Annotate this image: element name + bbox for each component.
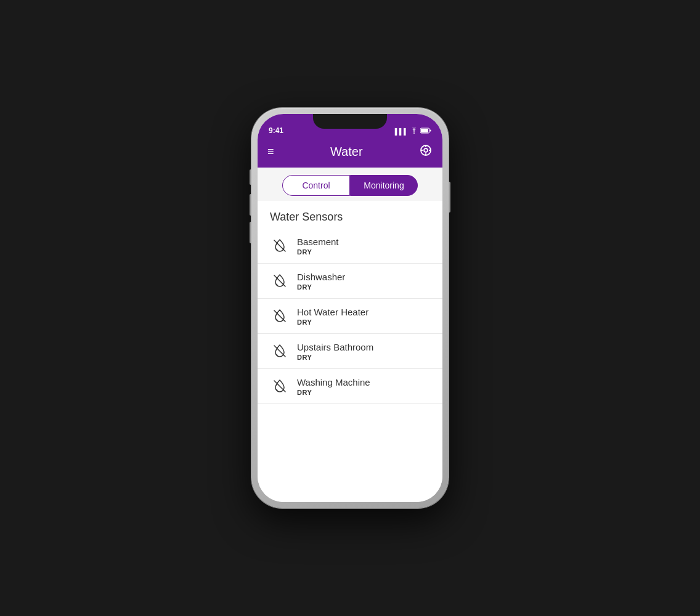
page-title: Water (330, 145, 363, 159)
sensor-status: DRY (297, 283, 345, 291)
sensor-status: DRY (297, 248, 339, 256)
wifi-icon (410, 128, 418, 135)
sensor-name: Upstairs Bathroom (297, 342, 373, 352)
sensor-name: Hot Water Heater (297, 307, 368, 317)
volume-up-button (250, 194, 251, 216)
svg-rect-2 (421, 129, 428, 132)
sensor-list: Basement DRY Dishwasher DRY (258, 229, 442, 404)
phone-screen: 9:41 ▌▌▌ (258, 114, 442, 502)
sensor-item-upstairs-bathroom[interactable]: Upstairs Bathroom DRY (258, 334, 442, 369)
status-time: 9:41 (269, 126, 283, 136)
section-title: Water Sensors (258, 201, 442, 229)
water-sensor-icon (270, 271, 290, 291)
mute-button (250, 169, 251, 185)
settings-icon[interactable] (419, 144, 433, 160)
sensor-info: Dishwasher DRY (297, 272, 345, 291)
svg-point-0 (413, 133, 415, 134)
water-sensor-icon (270, 236, 290, 256)
sensor-item-dishwasher[interactable]: Dishwasher DRY (258, 264, 442, 299)
sensor-name: Washing Machine (297, 377, 370, 387)
sensor-status: DRY (297, 389, 370, 396)
tab-control[interactable]: Control (282, 175, 350, 196)
tabs-bar: Control Monitoring (258, 168, 442, 201)
menu-icon[interactable]: ≡ (267, 145, 274, 158)
sensor-item-hot-water-heater[interactable]: Hot Water Heater DRY (258, 299, 442, 334)
app-header: ≡ Water (258, 139, 442, 168)
sensor-info: Upstairs Bathroom DRY (297, 342, 373, 361)
sensor-status: DRY (297, 354, 373, 361)
water-sensor-icon (270, 306, 290, 326)
svg-point-5 (424, 148, 428, 152)
phone-frame: 9:41 ▌▌▌ (251, 108, 449, 508)
sensor-info: Hot Water Heater DRY (297, 307, 368, 326)
power-button (449, 182, 450, 213)
svg-rect-3 (430, 130, 431, 132)
status-icons: ▌▌▌ (395, 128, 431, 136)
water-sensor-icon (270, 341, 290, 361)
sensor-item-basement[interactable]: Basement DRY (258, 229, 442, 264)
main-content: Water Sensors Basement DRY (258, 201, 442, 502)
battery-icon (420, 128, 431, 135)
phone-notch (313, 114, 387, 129)
sensor-status: DRY (297, 318, 368, 326)
signal-icon: ▌▌▌ (395, 128, 408, 135)
volume-down-button (250, 222, 251, 243)
tab-monitoring[interactable]: Monitoring (350, 175, 418, 196)
sensor-info: Basement DRY (297, 237, 339, 256)
sensor-name: Dishwasher (297, 272, 345, 282)
sensor-name: Basement (297, 237, 339, 247)
sensor-item-washing-machine[interactable]: Washing Machine DRY (258, 369, 442, 404)
water-sensor-icon (270, 376, 290, 396)
sensor-info: Washing Machine DRY (297, 377, 370, 396)
